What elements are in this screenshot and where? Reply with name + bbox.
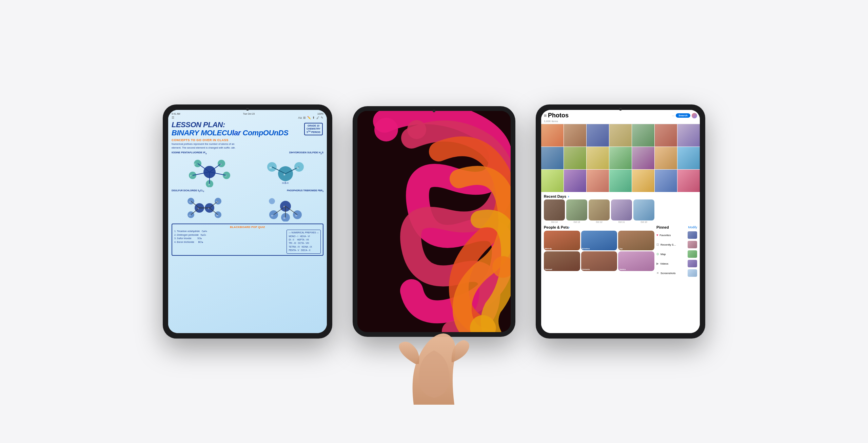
- toolbar-icon-4[interactable]: ✏️: [307, 116, 311, 119]
- modify-label[interactable]: Modify: [688, 226, 697, 229]
- notes-toolbar: ☰ Aa ⊞ ✏️ ⬆ 🖊 ✎: [172, 116, 323, 119]
- toolbar-icon-6[interactable]: 🖊: [316, 116, 319, 119]
- photos-more-icon[interactable]: ···: [672, 114, 675, 117]
- photo-cell-4[interactable]: [609, 124, 632, 147]
- person-jay[interactable]: Jay: [618, 231, 654, 250]
- people-header: People & Pets ›: [544, 225, 654, 229]
- photo-cell-2[interactable]: [564, 124, 586, 147]
- main-scene: 9:41 AM Tue Oct 15 100% ☰ Aa ⊞ ✏️ ⬆ 🖊 ✎ …: [0, 0, 868, 443]
- toolbar-icon-5[interactable]: ⬆: [312, 116, 315, 119]
- pinned-videos[interactable]: ▶ Videos: [656, 259, 697, 268]
- toolbar-icon-1[interactable]: ☰: [172, 116, 174, 119]
- day5-label: Oct 10: [640, 221, 647, 223]
- molecule-if5-svg: F F F F F: [188, 157, 232, 187]
- svg-point-55: [374, 118, 398, 141]
- svg-text:Br: Br: [283, 217, 285, 219]
- photo-cell-7[interactable]: [677, 124, 700, 147]
- svg-text:S: S: [198, 208, 199, 210]
- map-label: Map: [660, 253, 686, 256]
- pinned-favorites[interactable]: ♥ Favorites: [656, 231, 697, 239]
- grade-box: GRADE 10CHEMISTRY5TH PERIOD: [304, 123, 323, 135]
- notes-battery: 100%: [317, 113, 323, 115]
- photo-cell-5[interactable]: [632, 124, 654, 147]
- photo-cell-9[interactable]: [564, 147, 586, 169]
- heart-icon: ♥: [656, 233, 658, 237]
- photo-cell-20[interactable]: [655, 170, 677, 192]
- photo-cell-16[interactable]: [564, 170, 586, 192]
- pinned-screenshots[interactable]: ✕ Screenshots: [656, 269, 697, 277]
- chemical-row-1: IODINE PENTAFLUORIDE IF5 DIHYDROGEN SULF…: [172, 151, 323, 155]
- recent-day-3[interactable]: Oct 12: [589, 199, 610, 223]
- photo-cell-14[interactable]: [677, 147, 700, 169]
- chem2-label: DIHYDROGEN SULFIDE H2S: [289, 151, 323, 155]
- photos-app-title: Photos: [548, 112, 569, 119]
- recent-day-1[interactable]: Oct 14: [544, 199, 565, 223]
- hand-svg: [380, 310, 488, 405]
- svg-text:F: F: [194, 163, 196, 166]
- person-jenica-name: Jenica: [619, 268, 626, 270]
- svg-text:Cl: Cl: [189, 201, 191, 203]
- center-ipad-screen: [357, 111, 511, 332]
- notes-date: Tue Oct 15: [243, 113, 255, 115]
- recent-day-4[interactable]: Oct 11: [611, 199, 632, 223]
- photos-search-button[interactable]: Search: [676, 113, 690, 118]
- concepts-body-text: Numerical prefixes represent the number …: [172, 142, 323, 150]
- photo-cell-15[interactable]: [541, 170, 564, 192]
- person-samuel[interactable]: Samuel: [544, 251, 580, 271]
- photo-cell-12[interactable]: [632, 147, 654, 169]
- screenshots-label: Screenshots: [660, 272, 686, 275]
- people-arrow: ›: [569, 226, 570, 229]
- day1-label: Oct 14: [551, 221, 557, 223]
- photo-cell-17[interactable]: [587, 170, 609, 192]
- screenshots-icon: ✕: [656, 271, 659, 275]
- photo-cell-1[interactable]: [541, 124, 564, 147]
- chemical-row-2: DISULFUR DICHLORIDE S2Cl2 PHOSPHORUS TRI…: [172, 189, 323, 192]
- pinned-column: Pinned Modify ♥ Favorites ⊡ Recent: [656, 225, 697, 277]
- lesson-plan-title: LESSON PLAN: BINARY MOLECUlar CompOUnDS: [172, 121, 323, 137]
- recent-day-5[interactable]: Oct 10: [633, 199, 654, 223]
- chem3-label: DISULFUR DICHLORIDE S2Cl2: [172, 189, 204, 192]
- recent-day-2[interactable]: Oct 13: [566, 199, 587, 223]
- person-melody[interactable]: Melody: [544, 231, 580, 250]
- photo-cell-3[interactable]: [587, 124, 609, 147]
- photos-count: 3,836 Items: [544, 120, 697, 123]
- svg-text:F: F: [220, 163, 222, 166]
- videos-label: Videos: [660, 262, 686, 265]
- person-kristina[interactable]: Kristina: [581, 231, 617, 250]
- photo-cell-8[interactable]: [541, 147, 564, 169]
- photo-cell-10[interactable]: [587, 147, 609, 169]
- svg-text:H-S̃-H: H-S̃-H: [282, 182, 289, 184]
- photo-cell-19[interactable]: [632, 170, 654, 192]
- recently-saved-label: Recently S...: [660, 243, 686, 246]
- quiz-box: BLACKBOARD POP QUIZ — NUMERICAL PREFIXES…: [172, 224, 323, 255]
- recent-days-arrow: ›: [568, 194, 569, 198]
- toolbar-icon-7[interactable]: ✎: [321, 116, 323, 119]
- photo-cell-18[interactable]: [609, 170, 632, 192]
- hand-holding: [380, 310, 488, 405]
- center-ipad: [353, 106, 515, 337]
- person-jenica[interactable]: Jenica: [618, 251, 654, 271]
- pinned-recently-saved[interactable]: ⊡ Recently S...: [656, 240, 697, 249]
- right-ipad-screen: ⊞ Photos ··· Search 3,836 Items: [541, 110, 700, 333]
- recent-days-label[interactable]: Recent Days ›: [544, 194, 569, 198]
- videos-icon: ▶: [656, 262, 659, 265]
- photo-cell-13[interactable]: [655, 147, 677, 169]
- molecule-area-1: F F F F F H H S: [172, 157, 323, 187]
- chem4-label: PHOSPHORUS TRIBROMIDE PBr3: [287, 189, 323, 192]
- svg-text:Br: Br: [271, 215, 273, 217]
- svg-point-56: [407, 120, 426, 139]
- person-antonio[interactable]: Antonio: [581, 251, 617, 271]
- pinned-map[interactable]: ⊙ Map: [656, 250, 697, 258]
- person-antonio-name: Antonio: [582, 268, 590, 270]
- toolbar-icon-3[interactable]: ⊞: [303, 116, 306, 119]
- toolbar-icon-2[interactable]: Aa: [298, 116, 302, 119]
- map-icon: ⊙: [656, 252, 659, 256]
- svg-text:S: S: [208, 208, 209, 210]
- svg-text:F: F: [209, 184, 210, 186]
- photo-cell-21[interactable]: [677, 170, 700, 192]
- videos-thumb: [688, 260, 697, 267]
- photo-cell-6[interactable]: [655, 124, 677, 147]
- svg-text:H: H: [270, 166, 272, 169]
- photos-app-screen: ⊞ Photos ··· Search 3,836 Items: [541, 110, 700, 333]
- photo-cell-11[interactable]: [609, 147, 632, 169]
